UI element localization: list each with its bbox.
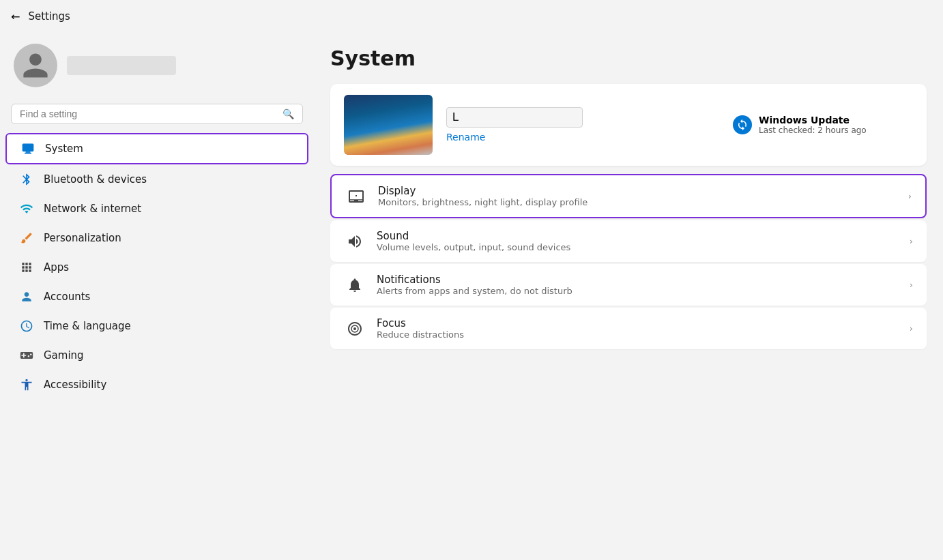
sidebar-item-personalization[interactable]: Personalization (5, 224, 308, 252)
accounts-icon (19, 289, 34, 304)
display-subtitle: Monitors, brightness, night light, displ… (378, 197, 897, 207)
sidebar-item-accounts[interactable]: Accounts (5, 282, 308, 311)
display-arrow-icon: › (908, 191, 912, 201)
sidebar-item-time[interactable]: Time & language (5, 312, 308, 340)
svg-rect-0 (23, 144, 34, 152)
accessibility-icon (19, 377, 34, 392)
sound-text: Sound Volume levels, output, input, soun… (377, 230, 899, 252)
windows-update-icon (733, 115, 752, 134)
notifications-icon (344, 274, 366, 296)
sidebar-item-gaming-label: Gaming (44, 349, 84, 362)
app-title: Settings (28, 10, 70, 23)
sidebar: 🔍 System Bluetooth & devices (0, 33, 314, 560)
svg-point-6 (353, 327, 356, 330)
bluetooth-icon (19, 172, 34, 187)
windows-update-text: Windows Update Last checked: 2 hours ago (759, 115, 867, 135)
windows-update-box: Windows Update Last checked: 2 hours ago (722, 108, 913, 142)
device-card: Rename Windows Update Last checked: 2 ho… (330, 84, 927, 166)
sidebar-item-accessibility[interactable]: Accessibility (5, 370, 308, 399)
settings-item-notifications[interactable]: Notifications Alerts from apps and syste… (330, 264, 927, 306)
sidebar-item-bluetooth-label: Bluetooth & devices (44, 173, 147, 186)
svg-rect-1 (26, 151, 31, 153)
sidebar-item-system[interactable]: System (5, 133, 308, 164)
notifications-subtitle: Alerts from apps and system, do not dist… (377, 286, 899, 296)
apps-icon (19, 260, 34, 275)
sound-arrow-icon: › (910, 236, 913, 246)
title-bar: ← Settings (0, 0, 943, 33)
search-box[interactable]: 🔍 (11, 104, 303, 124)
personalization-icon (19, 231, 34, 246)
display-title: Display (378, 185, 897, 197)
page-title: System (330, 46, 927, 70)
svg-rect-2 (25, 153, 31, 154)
focus-text: Focus Reduce distractions (377, 317, 899, 340)
focus-subtitle: Reduce distractions (377, 329, 899, 340)
sidebar-item-apps-label: Apps (44, 261, 69, 274)
back-button[interactable]: ← (11, 10, 20, 23)
device-name-input[interactable] (446, 107, 583, 128)
gaming-icon (19, 348, 34, 363)
sidebar-item-accessibility-label: Accessibility (44, 379, 106, 391)
search-container: 🔍 (0, 98, 314, 132)
system-icon (20, 141, 35, 156)
settings-item-focus[interactable]: Focus Reduce distractions › (330, 308, 927, 349)
sound-icon (344, 231, 366, 252)
user-name-box (67, 56, 176, 75)
sound-title: Sound (377, 230, 899, 242)
avatar (14, 44, 57, 87)
display-icon (345, 186, 367, 207)
sidebar-item-bluetooth[interactable]: Bluetooth & devices (5, 165, 308, 194)
sidebar-item-system-label: System (45, 143, 83, 155)
settings-item-sound[interactable]: Sound Volume levels, output, input, soun… (330, 220, 927, 262)
display-text: Display Monitors, brightness, night ligh… (378, 185, 897, 207)
notifications-text: Notifications Alerts from apps and syste… (377, 274, 899, 296)
sidebar-item-time-label: Time & language (44, 320, 131, 332)
focus-title: Focus (377, 317, 899, 329)
sidebar-item-accounts-label: Accounts (44, 291, 90, 303)
sidebar-item-network-label: Network & internet (44, 203, 141, 215)
sidebar-item-apps[interactable]: Apps (5, 253, 308, 282)
search-input[interactable] (20, 108, 277, 119)
user-profile (0, 33, 314, 98)
search-icon: 🔍 (282, 108, 294, 119)
notifications-arrow-icon: › (910, 280, 913, 290)
sound-subtitle: Volume levels, output, input, sound devi… (377, 242, 899, 252)
focus-arrow-icon: › (910, 323, 913, 334)
device-screenshot (344, 95, 433, 155)
settings-item-display[interactable]: Display Monitors, brightness, night ligh… (330, 174, 927, 218)
sidebar-item-gaming[interactable]: Gaming (5, 341, 308, 370)
windows-update-subtitle: Last checked: 2 hours ago (759, 126, 867, 135)
focus-icon (344, 318, 366, 340)
time-icon (19, 319, 34, 334)
windows-update-title: Windows Update (759, 115, 867, 126)
sidebar-item-personalization-label: Personalization (44, 232, 121, 244)
device-screenshot-image (344, 95, 433, 155)
device-info: Rename (446, 107, 708, 143)
device-rename-button[interactable]: Rename (446, 132, 708, 143)
main-layout: 🔍 System Bluetooth & devices (0, 33, 943, 560)
content-area: System Rename Windows Update Last checke… (314, 33, 943, 560)
notifications-title: Notifications (377, 274, 899, 286)
sidebar-nav: System Bluetooth & devices Network & int… (0, 132, 314, 400)
network-icon (19, 201, 34, 216)
sidebar-item-network[interactable]: Network & internet (5, 194, 308, 223)
